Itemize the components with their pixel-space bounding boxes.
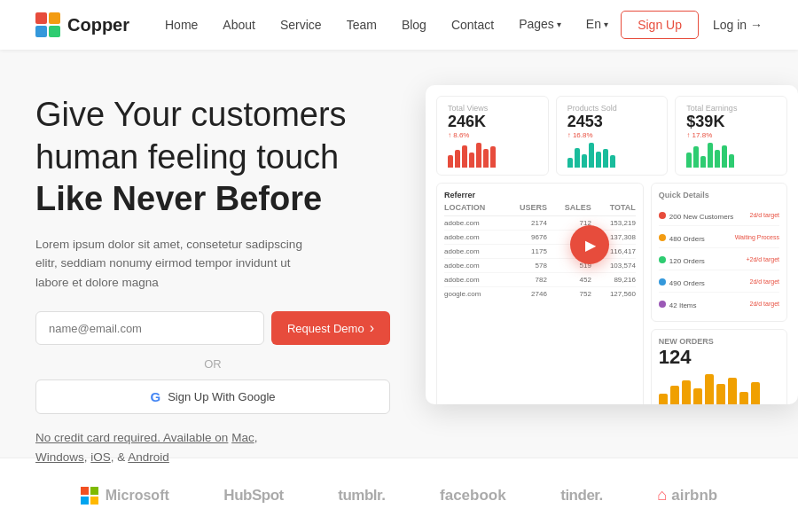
quick-details: Quick Details 200 New Customers 2d/d tar… xyxy=(651,183,787,322)
brand-hubspot: HubSpot xyxy=(223,487,283,505)
quick-row: 120 Orders +2d/d target xyxy=(659,248,779,270)
nav-blog[interactable]: Blog xyxy=(402,18,426,32)
play-button[interactable] xyxy=(570,225,609,264)
earnings-change: ↑ 17.8% xyxy=(686,131,776,139)
logo-icon xyxy=(35,12,60,37)
airbnb-icon: ⌂ xyxy=(657,486,667,505)
dash-card-products: Products Sold 2453 ↑ 16.8% xyxy=(556,96,669,176)
headline-mid: human feeling touch xyxy=(35,138,339,176)
table-row: adobe.com578519103,574 xyxy=(444,259,636,273)
new-orders-value: 124 xyxy=(659,346,779,369)
signup-button[interactable]: Sign Up xyxy=(621,11,699,39)
views-change: ↑ 8.6% xyxy=(448,131,537,139)
brand-tumblr: tumblr. xyxy=(338,487,385,505)
dash-card-earnings: Total Earnings $39K ↑ 17.8% xyxy=(675,96,787,176)
new-orders-bars xyxy=(659,374,779,404)
nav-team[interactable]: Team xyxy=(347,18,377,32)
new-orders-label: NEW ORDERS xyxy=(659,337,779,346)
pages-dropdown-icon: ▾ xyxy=(557,20,561,29)
brand-microsoft: Microsoft xyxy=(81,487,169,505)
quick-row: 42 Items 2d/d target xyxy=(659,293,779,314)
table-row: google.com2746752127,560 xyxy=(444,287,636,301)
hero-section: Give Your customers human feeling touch … xyxy=(0,50,798,458)
quick-row: 490 Orders 2d/d target xyxy=(659,270,779,293)
earnings-bars xyxy=(686,143,776,168)
views-label: Total Views xyxy=(448,104,537,113)
login-button[interactable]: Log in → xyxy=(713,18,763,32)
google-button-label: Sign Up With Google xyxy=(168,390,275,403)
referrer-table: Referrer LOCATION USERS SALES TOTAL adob… xyxy=(436,183,644,404)
brand-facebook: facebook xyxy=(440,487,506,505)
quick-row: 200 New Customers 2d/d target xyxy=(659,204,779,226)
or-divider: OR xyxy=(35,357,390,371)
dash-stats-row: Total Views 246K ↑ 8.6% Products Sold xyxy=(436,96,787,176)
google-signup-button[interactable]: G Sign Up With Google xyxy=(35,379,390,414)
logo[interactable]: Copper xyxy=(35,12,129,37)
headline-bold: Like Never Before xyxy=(35,178,390,221)
nav-home[interactable]: Home xyxy=(165,18,198,32)
hero-headline: Give Your customers human feeling touch … xyxy=(35,94,390,221)
dash-bottom-row: Referrer LOCATION USERS SALES TOTAL adob… xyxy=(436,183,787,404)
table-row: adobe.com2174712153,219 xyxy=(444,216,636,231)
platform-ios: iOS xyxy=(90,450,111,464)
microsoft-label: Microsoft xyxy=(106,488,169,504)
platform-mac: Mac xyxy=(231,431,254,444)
google-icon: G xyxy=(150,389,160,404)
headline-top: Give Your customers xyxy=(35,96,347,133)
brand-tinder: tinder. xyxy=(560,487,603,505)
platform-windows: Windows xyxy=(35,450,84,464)
navbar: Copper Home About Service Team Blog Cont… xyxy=(0,0,798,50)
demo-arrow-icon: › xyxy=(370,320,374,336)
views-value: 246K xyxy=(448,113,537,131)
table-header: LOCATION USERS SALES TOTAL xyxy=(444,203,636,216)
nav-links: Home About Service Team Blog Contact Pag… xyxy=(165,17,621,33)
earnings-label: Total Earnings xyxy=(686,104,776,113)
dash-card-views: Total Views 246K ↑ 8.6% xyxy=(436,96,549,176)
brand-airbnb: ⌂ airbnb xyxy=(657,486,717,505)
hero-description: Lorem ipsum dolor sit amet, consetetur s… xyxy=(35,235,310,293)
table-row: adobe.com78245289,216 xyxy=(444,273,636,287)
products-value: 2453 xyxy=(567,113,657,131)
nav-contact[interactable]: Contact xyxy=(451,18,494,32)
hero-right: Total Views 246K ↑ 8.6% Products Sold xyxy=(426,76,798,458)
nav-lang[interactable]: En▾ xyxy=(586,17,608,31)
products-bars xyxy=(567,143,657,168)
views-bars xyxy=(448,143,537,168)
quick-row: 480 Orders Waiting Process xyxy=(659,226,779,248)
platform-note: No credit card required. Available on Ma… xyxy=(35,428,310,466)
nav-service[interactable]: Service xyxy=(280,18,322,32)
logo-text: Copper xyxy=(67,15,129,35)
dash-right-panel: Quick Details 200 New Customers 2d/d tar… xyxy=(651,183,787,404)
referrer-title: Referrer xyxy=(444,191,636,200)
email-input[interactable] xyxy=(35,311,264,345)
hero-left: Give Your customers human feeling touch … xyxy=(35,76,390,458)
products-label: Products Sold xyxy=(567,104,657,113)
demo-button-label: Request Demo xyxy=(287,322,364,335)
dashboard-mockup: Total Views 246K ↑ 8.6% Products Sold xyxy=(426,85,798,404)
nav-about[interactable]: About xyxy=(223,18,255,32)
microsoft-icon xyxy=(81,487,98,505)
platform-android: Android xyxy=(128,450,169,464)
products-change: ↑ 16.8% xyxy=(567,131,657,139)
tumblr-label: tumblr. xyxy=(338,487,385,505)
facebook-label: facebook xyxy=(440,487,506,505)
lang-dropdown-icon: ▾ xyxy=(604,20,608,29)
new-orders-card: NEW ORDERS 124 xyxy=(651,329,787,404)
earnings-value: $39K xyxy=(686,113,776,131)
nav-actions: Sign Up Log in → xyxy=(621,11,763,39)
nav-pages[interactable]: Pages▾ xyxy=(519,17,561,31)
airbnb-label: airbnb xyxy=(671,487,717,505)
hubspot-label: HubSpot xyxy=(223,487,283,505)
brands-strip: Microsoft HubSpot tumblr. facebook tinde… xyxy=(0,458,798,532)
email-form: Request Demo › xyxy=(35,311,390,345)
quick-title: Quick Details xyxy=(659,191,779,200)
demo-button[interactable]: Request Demo › xyxy=(271,311,390,345)
tinder-label: tinder. xyxy=(560,487,603,505)
